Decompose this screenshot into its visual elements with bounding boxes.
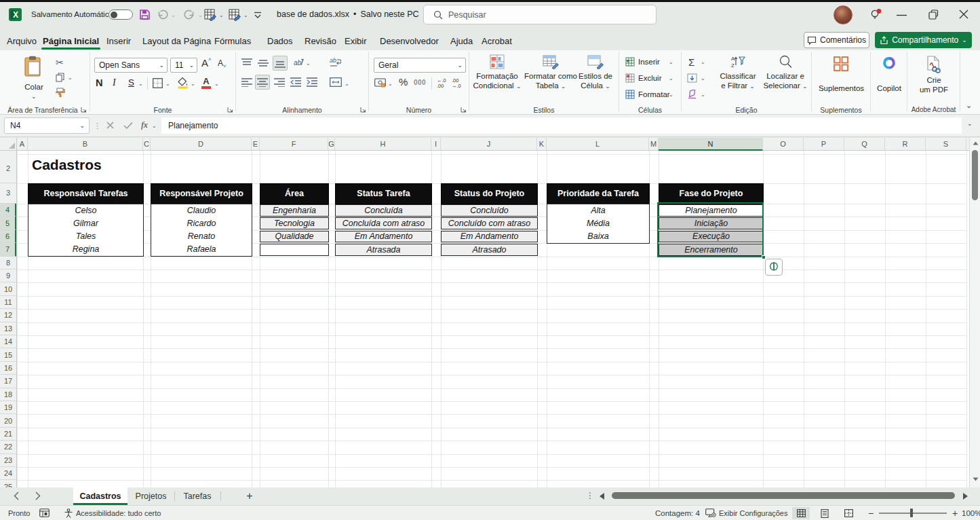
copilot-icon[interactable] bbox=[880, 56, 898, 73]
autosave-toggle[interactable] bbox=[109, 10, 133, 20]
insert-cells-icon[interactable] bbox=[625, 57, 635, 67]
column-header-I[interactable]: I bbox=[431, 138, 441, 150]
sheet-tab-cadastros[interactable]: Cadastros bbox=[73, 487, 128, 505]
format-as-table-button[interactable]: Formatar comoTabela ⌄ bbox=[524, 54, 578, 90]
ribbon-tab-inserir[interactable]: Inserir bbox=[106, 32, 131, 50]
insert-function-icon[interactable]: fx bbox=[141, 119, 148, 130]
undo-icon[interactable] bbox=[157, 10, 168, 20]
zoom-in-button[interactable]: + bbox=[952, 506, 958, 520]
paste-dropdown-icon[interactable]: ⌄ bbox=[31, 94, 37, 100]
cell-styles-button[interactable]: Estilos deCélula ⌄ bbox=[572, 54, 619, 90]
row-header-14[interactable]: 14 bbox=[0, 335, 16, 348]
comma-style-icon[interactable]: 000 bbox=[414, 79, 426, 86]
format-painter-icon[interactable] bbox=[56, 88, 65, 97]
accounting-dropdown-icon[interactable]: ⌄ bbox=[388, 81, 393, 87]
qat-table-icon-2[interactable] bbox=[229, 9, 241, 21]
ribbon-tab-acrobat[interactable]: Acrobat bbox=[482, 32, 512, 50]
column-header-H[interactable]: H bbox=[335, 138, 431, 150]
column-header-Q[interactable]: Q bbox=[844, 138, 885, 150]
quick-analysis-button[interactable] bbox=[765, 259, 783, 276]
align-center-icon[interactable] bbox=[255, 75, 270, 90]
clipboard-dialog-launcher-icon[interactable] bbox=[81, 107, 87, 113]
autosum-dropdown-icon[interactable]: ⌄ bbox=[701, 60, 705, 65]
row-header-2[interactable]: 2 bbox=[0, 154, 16, 183]
format-cells-icon[interactable] bbox=[625, 90, 635, 99]
zoom-level[interactable]: 100% bbox=[962, 506, 980, 520]
row-header-12[interactable]: 12 bbox=[0, 309, 16, 322]
underline-icon[interactable]: S bbox=[128, 77, 134, 88]
increase-font-icon[interactable]: A˄ bbox=[201, 57, 212, 69]
cell-N7[interactable]: Encerramento bbox=[659, 244, 764, 256]
underline-dropdown-icon[interactable]: ⌄ bbox=[138, 81, 143, 87]
ribbon-tab-revis-o[interactable]: Revisão bbox=[305, 32, 336, 50]
row-header-20[interactable]: 20 bbox=[0, 414, 16, 427]
sheet-nav-right-icon[interactable] bbox=[35, 491, 41, 500]
add-sheet-button[interactable]: + bbox=[243, 489, 256, 503]
sheetbar-splitter[interactable]: ⋮ bbox=[586, 491, 594, 500]
merge-dropdown-icon[interactable]: ⌄ bbox=[345, 81, 349, 87]
ribbon-tab-desenvolvedor[interactable]: Desenvolvedor bbox=[380, 32, 439, 50]
cell-B5[interactable]: Gilmar bbox=[28, 217, 144, 230]
cut-icon[interactable]: ✂ bbox=[56, 57, 64, 68]
zoom-out-button[interactable]: − bbox=[868, 506, 874, 520]
row-header-11[interactable]: 11 bbox=[0, 296, 16, 309]
row-header-3[interactable]: 3 bbox=[0, 183, 16, 204]
vertical-scrollbar[interactable] bbox=[969, 138, 980, 487]
create-pdf-label-1[interactable]: Crie bbox=[907, 76, 960, 84]
align-bottom-icon[interactable] bbox=[273, 56, 288, 71]
sort-filter-button[interactable]: AZ Classificare Filtrar ⌄ bbox=[714, 54, 762, 90]
align-middle-icon[interactable] bbox=[258, 58, 269, 68]
align-top-icon[interactable] bbox=[241, 58, 252, 68]
ribbon-tab-exibir[interactable]: Exibir bbox=[345, 32, 367, 50]
fill-icon[interactable] bbox=[687, 73, 697, 83]
font-dialog-launcher-icon[interactable] bbox=[227, 107, 233, 113]
undo-dropdown-icon[interactable]: ⌄ bbox=[171, 13, 176, 18]
find-select-button[interactable]: Localizar eSelecionar ⌄ bbox=[760, 54, 810, 90]
cell-L4[interactable]: Alta bbox=[547, 204, 650, 217]
accessibility-icon[interactable] bbox=[64, 506, 73, 520]
decrease-indent-icon[interactable] bbox=[290, 77, 301, 87]
normal-view-button[interactable] bbox=[792, 507, 810, 519]
delete-dropdown-icon[interactable]: ⌄ bbox=[669, 76, 673, 81]
cell-J4[interactable]: Concluído bbox=[441, 204, 538, 217]
clear-dropdown-icon[interactable]: ⌄ bbox=[701, 92, 705, 98]
ribbon-tab-f-rmulas[interactable]: Fórmulas bbox=[214, 32, 251, 50]
comments-button[interactable]: Comentários bbox=[804, 32, 869, 48]
hscroll-right-icon[interactable] bbox=[963, 493, 968, 500]
delete-cells-icon[interactable] bbox=[625, 73, 635, 83]
cell-F6[interactable]: Qualidade bbox=[260, 231, 329, 243]
paste-icon[interactable] bbox=[23, 56, 42, 77]
addins-label[interactable]: Suplementos bbox=[812, 84, 871, 92]
cell-D6[interactable]: Renato bbox=[151, 229, 252, 243]
sheet-grid[interactable]: Cadastros Responsável TarefasCelsoGilmar… bbox=[17, 151, 969, 487]
create-pdf-label-2[interactable]: um PDF bbox=[907, 86, 960, 94]
row-header-24[interactable]: 24 bbox=[0, 467, 16, 480]
cell-J5[interactable]: Concluído com atraso bbox=[441, 217, 538, 229]
close-button[interactable] bbox=[959, 10, 968, 19]
font-color-icon[interactable]: A bbox=[201, 77, 211, 89]
format-dropdown-icon[interactable]: ⌄ bbox=[669, 92, 673, 98]
formula-input[interactable]: Planejamento bbox=[161, 117, 962, 134]
delete-cells-label[interactable]: Excluir bbox=[638, 74, 662, 82]
cell-H6[interactable]: Em Andamento bbox=[335, 231, 432, 243]
row-header-13[interactable]: 13 bbox=[0, 322, 16, 335]
column-header-A[interactable]: A bbox=[17, 138, 28, 150]
insert-dropdown-icon[interactable]: ⌄ bbox=[669, 60, 673, 65]
hscroll-left-icon[interactable] bbox=[600, 493, 604, 500]
doc-title-group[interactable]: base de dados.xlsx • Salvo neste PC ⌄ bbox=[277, 10, 428, 19]
maximize-button[interactable] bbox=[928, 10, 939, 20]
column-header-C[interactable]: C bbox=[143, 138, 151, 150]
merge-center-icon[interactable] bbox=[330, 77, 342, 87]
save-icon[interactable] bbox=[139, 9, 151, 20]
cell-B4[interactable]: Celso bbox=[28, 204, 144, 217]
column-header-D[interactable]: D bbox=[151, 138, 252, 150]
align-right-icon[interactable] bbox=[274, 77, 285, 87]
scroll-up-icon[interactable] bbox=[973, 141, 979, 145]
name-box[interactable]: N4 ⌄ bbox=[4, 117, 90, 134]
clear-icon[interactable] bbox=[687, 90, 697, 99]
row-header-16[interactable]: 16 bbox=[0, 362, 16, 375]
format-cells-label[interactable]: Formatar bbox=[638, 90, 670, 98]
qat-customize-icon[interactable] bbox=[254, 12, 262, 19]
collapse-ribbon-icon[interactable]: ⌄ bbox=[966, 102, 972, 109]
search-input[interactable]: Pesquisar bbox=[423, 5, 656, 24]
